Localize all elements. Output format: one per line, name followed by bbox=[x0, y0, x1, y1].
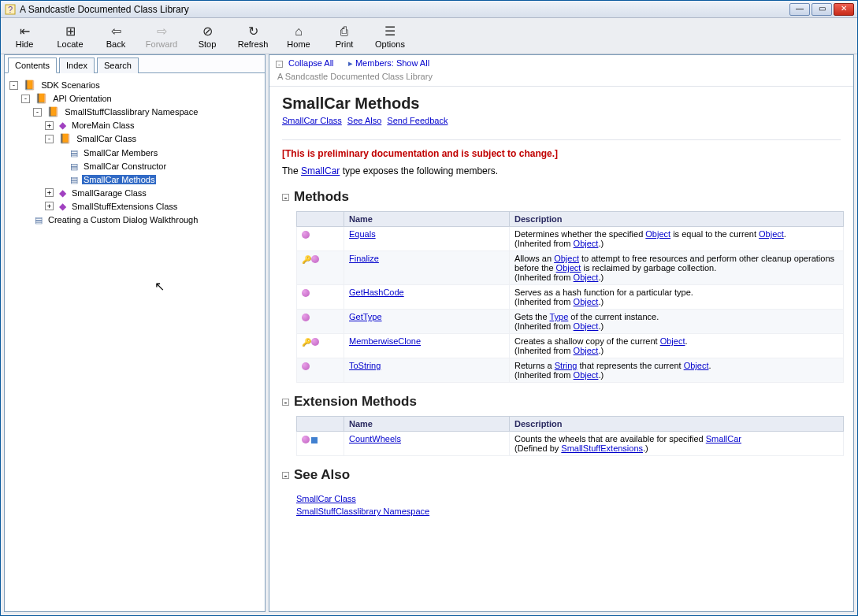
maximize-button[interactable]: ▭ bbox=[812, 3, 832, 16]
print-button[interactable]: ⎙Print bbox=[327, 20, 362, 52]
table-row: GetHashCodeServes as a hash function for… bbox=[297, 285, 844, 310]
stop-icon: ⊘ bbox=[199, 24, 216, 39]
link-see-also[interactable]: See Also bbox=[347, 116, 381, 125]
table-row: 🔑MemberwiseCloneCreates a shallow copy o… bbox=[297, 334, 844, 358]
close-button[interactable]: ✕ bbox=[834, 3, 854, 16]
type-link[interactable]: Object bbox=[574, 370, 599, 380]
options-button[interactable]: ☰Options bbox=[373, 20, 407, 52]
method-icon-cell bbox=[297, 310, 344, 334]
tab-index[interactable]: Index bbox=[59, 58, 95, 73]
tree-extensions[interactable]: SmallStuffExtensions Class bbox=[70, 202, 179, 211]
seealso-class-link[interactable]: SmallCar Class bbox=[296, 494, 356, 503]
contents-tree: - 📙 SDK Scenarios - 📙 API Orientation - bbox=[5, 73, 265, 611]
members-filter-link[interactable]: Members: Show All bbox=[355, 58, 429, 68]
link-send-feedback[interactable]: Send Feedback bbox=[387, 116, 448, 125]
method-icon-cell: 🔑 bbox=[297, 334, 344, 358]
expand-toggle[interactable]: - bbox=[21, 95, 30, 103]
table-row: GetTypeGets the Type of the current inst… bbox=[297, 310, 844, 334]
table-row: ToStringReturns a String that represents… bbox=[297, 358, 844, 383]
class-icon: ◆ bbox=[56, 200, 69, 213]
method-icon bbox=[302, 314, 310, 321]
tab-contents[interactable]: Contents bbox=[8, 58, 57, 73]
nav-tabs: Contents Index Search bbox=[5, 55, 265, 73]
tree-api-orientation[interactable]: API Orientation bbox=[51, 94, 113, 103]
tree-smallgarage[interactable]: SmallGarage Class bbox=[70, 188, 148, 198]
collapse-icon[interactable]: - bbox=[282, 194, 289, 201]
table-row: CountWheelsCounts the wheels that are av… bbox=[297, 432, 844, 456]
type-link[interactable]: SmallCar bbox=[706, 434, 741, 443]
class-icon: ◆ bbox=[56, 187, 69, 199]
class-icon: ◆ bbox=[56, 119, 69, 132]
type-link[interactable]: Type bbox=[549, 312, 568, 321]
method-icon bbox=[302, 231, 310, 239]
method-link[interactable]: Finalize bbox=[349, 254, 379, 263]
back-button[interactable]: ⇦Back bbox=[98, 20, 133, 52]
tab-search[interactable]: Search bbox=[97, 58, 139, 73]
tree-walkthrough[interactable]: Creating a Custom Dialog Walkthrough bbox=[46, 215, 199, 225]
type-link[interactable]: SmallStuffExtensions bbox=[561, 443, 643, 453]
method-icon bbox=[311, 338, 319, 346]
seealso-namespace-link[interactable]: SmallStuffClasslibrary Namespace bbox=[296, 507, 429, 516]
window-title: A Sandcastle Documented Class Library bbox=[20, 4, 789, 15]
refresh-button[interactable]: ↻Refresh bbox=[236, 20, 270, 52]
link-smallcar-class[interactable]: SmallCar Class bbox=[282, 116, 342, 125]
section-see-also: - See Also bbox=[282, 467, 841, 483]
type-link[interactable]: Object bbox=[574, 273, 599, 282]
type-link[interactable]: Object bbox=[684, 361, 709, 370]
tree-smallcar-constructor[interactable]: SmallCar Constructor bbox=[82, 161, 168, 171]
tree-moremain[interactable]: MoreMain Class bbox=[70, 121, 136, 130]
collapse-icon[interactable]: - bbox=[282, 472, 289, 479]
forward-button[interactable]: ⇨Forward bbox=[144, 20, 179, 52]
type-link[interactable]: Object bbox=[554, 254, 579, 263]
tree-namespace[interactable]: SmallStuffClasslibrary Namespace bbox=[63, 107, 199, 117]
expand-toggle[interactable]: - bbox=[9, 81, 18, 90]
type-link[interactable]: Object bbox=[660, 336, 685, 346]
page-icon: ▤ bbox=[32, 213, 45, 226]
type-link[interactable]: Object bbox=[574, 321, 599, 331]
namespace-icon: 📙 bbox=[46, 106, 59, 118]
method-link[interactable]: CountWheels bbox=[349, 434, 401, 443]
expand-toggle[interactable]: - bbox=[33, 108, 42, 117]
method-link[interactable]: GetHashCode bbox=[349, 288, 404, 297]
expand-toggle[interactable]: + bbox=[45, 202, 54, 210]
method-link[interactable]: Equals bbox=[349, 229, 376, 239]
type-link[interactable]: Object bbox=[574, 346, 599, 355]
page-icon: ▤ bbox=[68, 160, 80, 173]
tree-smallcar-members[interactable]: SmallCar Members bbox=[82, 148, 159, 158]
link-smallcar-type[interactable]: SmallCar bbox=[301, 165, 340, 176]
collapse-icon[interactable]: - bbox=[276, 61, 283, 68]
tree-root[interactable]: SDK Scenarios bbox=[39, 80, 102, 90]
collapse-all-link[interactable]: Collapse All bbox=[288, 58, 333, 68]
method-link[interactable]: GetType bbox=[349, 312, 382, 321]
class-book-icon: 📙 bbox=[58, 132, 71, 145]
type-link[interactable]: Object bbox=[645, 229, 670, 239]
type-link[interactable]: String bbox=[555, 361, 578, 370]
refresh-icon: ↻ bbox=[244, 24, 262, 39]
book-icon: 📙 bbox=[35, 92, 47, 105]
stop-button[interactable]: ⊘Stop bbox=[190, 20, 225, 52]
table-row: 🔑FinalizeAllows an Object to attempt to … bbox=[297, 251, 844, 285]
hide-button[interactable]: ⇤Hide bbox=[7, 20, 42, 52]
home-button[interactable]: ⌂Home bbox=[281, 20, 316, 52]
method-icon-cell: 🔑 bbox=[297, 251, 344, 285]
expand-toggle[interactable]: + bbox=[45, 121, 54, 130]
minimize-button[interactable]: — bbox=[789, 3, 810, 16]
type-link[interactable]: Object bbox=[574, 297, 599, 306]
tree-smallcar[interactable]: SmallCar Class bbox=[75, 134, 138, 143]
type-link[interactable]: Object bbox=[759, 229, 784, 239]
method-icon-cell bbox=[297, 358, 344, 383]
type-link[interactable]: Object bbox=[556, 263, 581, 273]
expand-toggle[interactable]: - bbox=[45, 135, 54, 143]
tree-smallcar-methods[interactable]: SmallCar Methods bbox=[82, 175, 156, 184]
method-link[interactable]: MemberwiseClone bbox=[349, 336, 421, 346]
method-link[interactable]: ToString bbox=[349, 361, 381, 370]
page-icon: ▤ bbox=[68, 173, 80, 186]
method-icon bbox=[302, 362, 310, 370]
collapse-icon[interactable]: - bbox=[282, 399, 289, 406]
locate-button[interactable]: ⊞Locate bbox=[53, 20, 87, 52]
type-link[interactable]: Object bbox=[574, 239, 599, 248]
titlebar: ? A Sandcastle Documented Class Library … bbox=[1, 1, 857, 18]
extension-badge-icon bbox=[311, 437, 318, 443]
expand-toggle[interactable]: + bbox=[45, 188, 54, 197]
table-row: EqualsDetermines whether the specified O… bbox=[297, 227, 844, 251]
